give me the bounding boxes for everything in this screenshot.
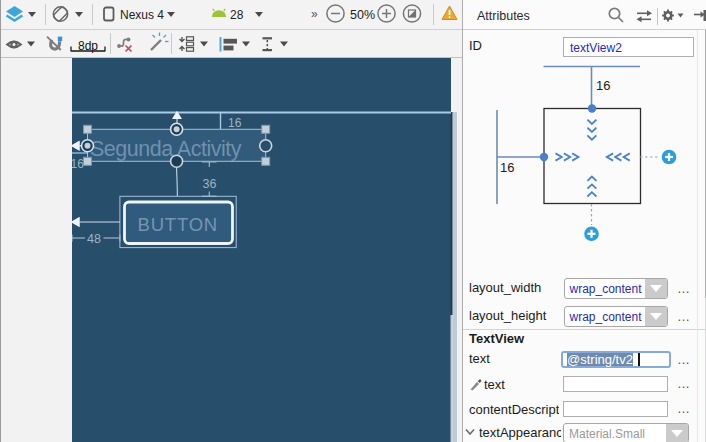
svg-text:16: 16 [228, 116, 242, 130]
svg-text:16: 16 [500, 160, 514, 175]
svg-text:48: 48 [87, 232, 101, 246]
svg-text:16: 16 [596, 78, 610, 93]
svg-text:16: 16 [71, 157, 85, 171]
svg-text:Segunda Activity: Segunda Activity [90, 137, 242, 161]
svg-text:BUTTON: BUTTON [138, 214, 219, 235]
svg-text:36: 36 [203, 177, 217, 191]
